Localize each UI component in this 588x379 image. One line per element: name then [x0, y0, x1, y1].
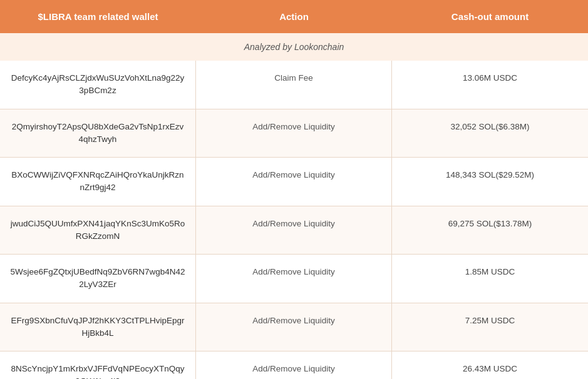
analyzed-by-row: Analyzed by Lookonchain: [0, 33, 588, 61]
amount-cell: 1.85M USDC: [392, 255, 588, 303]
action-cell: Add/Remove Liquidity: [196, 255, 392, 303]
wallet-address: EFrg9SXbnCfuVqJPJf2hKKY3CtTPLHvipEpgrHjB…: [0, 303, 196, 351]
wallet-address: 8NScYncjpY1mKrbxVJFFdVqNPEocyXTnQqy9GW1h…: [0, 351, 196, 379]
table-row: 8NScYncjpY1mKrbxVJFFdVqNPEocyXTnQqy9GW1h…: [0, 351, 588, 379]
action-cell: Add/Remove Liquidity: [196, 158, 392, 206]
table-row: jwudCiJ5QUUmfxPXN41jaqYKnSc3UmKo5RoRGkZz…: [0, 206, 588, 255]
action-cell: Add/Remove Liquidity: [196, 109, 392, 158]
table-row: BXoCWWijZiVQFXNRqcZAiHQroYkaUnjkRznnZrt9…: [0, 158, 588, 206]
wallet-address: jwudCiJ5QUUmfxPXN41jaqYKnSc3UmKo5RoRGkZz…: [0, 206, 196, 255]
wallet-address: DefcyKc4yAjRsCLZjdxWuSUzVohXtLna9g22y3pB…: [0, 61, 196, 109]
analyzed-label: Analyzed by Lookonchain: [244, 42, 344, 52]
table-row: DefcyKc4yAjRsCLZjdxWuSUzVohXtLna9g22y3pB…: [0, 61, 588, 109]
table-row: EFrg9SXbnCfuVqJPJf2hKKY3CtTPLHvipEpgrHjB…: [0, 303, 588, 352]
amount-cell: 26.43M USDC: [392, 351, 588, 379]
table-row: 2QmyirshoyT2ApsQU8bXdeGa2vTsNp1rxEzv4qhz…: [0, 109, 588, 158]
amount-cell: 7.25M USDC: [392, 303, 588, 351]
wallet-address: BXoCWWijZiVQFXNRqcZAiHQroYkaUnjkRznnZrt9…: [0, 158, 196, 206]
table-header: $LIBRA team related wallet Action Cash-o…: [0, 0, 588, 33]
header-amount: Cash-out amount: [392, 0, 588, 33]
action-cell: Add/Remove Liquidity: [196, 351, 392, 379]
wallet-address: 2QmyirshoyT2ApsQU8bXdeGa2vTsNp1rxEzv4qhz…: [0, 109, 196, 158]
amount-cell: 148,343 SOL($29.52M): [392, 158, 588, 206]
action-cell: Add/Remove Liquidity: [196, 303, 392, 351]
table-row: 5Wsjee6FgZQtxjUBedfNq9ZbV6RN7wgb4N422LyV…: [0, 255, 588, 303]
amount-cell: 69,275 SOL($13.78M): [392, 206, 588, 255]
amount-cell: 32,052 SOL($6.38M): [392, 109, 588, 158]
header-action: Action: [196, 0, 392, 33]
action-cell: Add/Remove Liquidity: [196, 206, 392, 255]
table-container: $LIBRA team related wallet Action Cash-o…: [0, 0, 588, 379]
header-wallet: $LIBRA team related wallet: [0, 0, 196, 33]
action-cell: Claim Fee: [196, 61, 392, 109]
amount-cell: 13.06M USDC: [392, 61, 588, 109]
table-body: DefcyKc4yAjRsCLZjdxWuSUzVohXtLna9g22y3pB…: [0, 61, 588, 379]
wallet-address: 5Wsjee6FgZQtxjUBedfNq9ZbV6RN7wgb4N422LyV…: [0, 255, 196, 303]
